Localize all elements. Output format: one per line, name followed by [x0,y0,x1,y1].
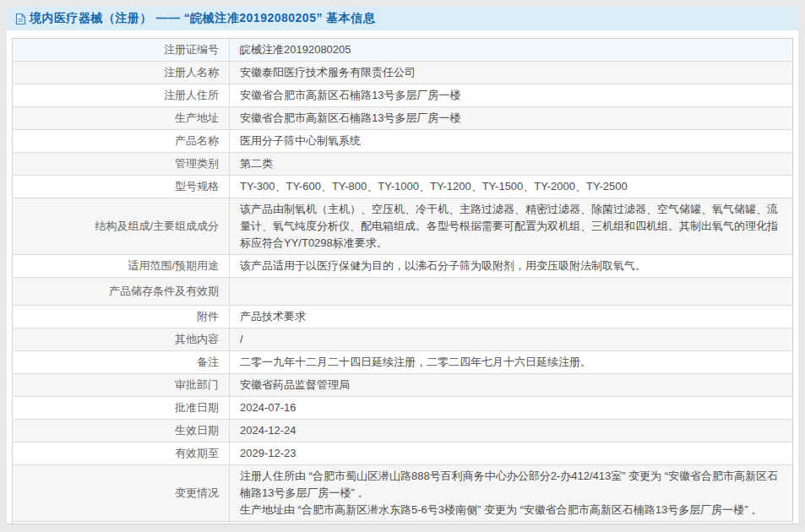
table-row: 生产地址安徽省合肥市高新区石楠路13号多层厂房一楼 [13,107,793,130]
row-value [230,278,793,306]
row-label: 变更情况 [13,465,230,522]
row-value: 该产品由制氧机（主机）、空压机、冷干机、主路过滤器、精密过滤器、除菌过滤器、空气… [230,198,793,255]
page-title: 境内医疗器械（注册） —— “皖械注准20192080205” 基本信息 [30,11,375,26]
table-row: 附件产品技术要求 [13,306,793,328]
info-table-body: 注册证编号皖械注准20192080205注册人名称安徽泰阳医疗技术服务有限责任公… [13,39,793,525]
table-row: 注详情 [13,522,793,525]
value-line: 注册人住所由 “合肥市蜀山区潜山路888号百利商务中心办公部分2-办412/41… [240,468,782,502]
page-title-bar: 境内医疗器械（注册） —— “皖械注准20192080205” 基本信息 [7,7,798,30]
table-row: 备注二零一九年十二月二十四日延续注册，二零二四年七月十六日延续注册。 [13,351,793,374]
row-label: 注 [13,522,230,525]
row-label: 产品名称 [13,130,230,153]
row-label: 注册证编号 [13,39,230,62]
row-label: 审批部门 [13,374,230,397]
table-row: 批准日期2024-07-16 [13,397,793,420]
row-label: 型号规格 [13,176,230,198]
row-value: 安徽省合肥市高新区石楠路13号多层厂房一楼 [230,107,793,130]
content-panel: 境内医疗器械（注册） —— “皖械注准20192080205” 基本信息 注册证… [7,7,798,524]
table-row: 型号规格TY-300、TY-600、TY-800、TY-1000、TY-1200… [13,176,793,198]
row-value: 该产品适用于以医疗保健为目的，以沸石分子筛为吸附剂，用变压吸附法制取氧气。 [230,255,793,278]
row-label: 注册人住所 [13,84,230,107]
row-value: 皖械注准20192080205 [230,39,793,62]
table-row: 注册人住所安徽省合肥市高新区石楠路13号多层厂房一楼 [13,84,793,107]
registration-info-table: 注册证编号皖械注准20192080205注册人名称安徽泰阳医疗技术服务有限责任公… [12,38,793,524]
row-value: 注册人住所由 “合肥市蜀山区潜山路888号百利商务中心办公部分2-办412/41… [230,465,793,522]
value-line: 生产地址由 “合肥市高新区潜水东路5-6号3楼南侧” 变更为 “安徽省合肥市高新… [240,502,782,518]
row-value: 详情 [230,522,793,525]
table-row: 其他内容/ [13,328,793,351]
row-value: 安徽泰阳医疗技术服务有限责任公司 [230,62,793,84]
table-row: 变更情况注册人住所由 “合肥市蜀山区潜山路888号百利商务中心办公部分2-办41… [13,465,793,522]
row-value: 产品技术要求 [230,306,793,328]
table-row: 审批部门安徽省药品监督管理局 [13,374,793,397]
table-row: 有效期至2029-12-23 [13,442,793,465]
row-label: 生效日期 [13,420,230,442]
row-label: 产品储存条件及有效期 [13,278,230,306]
row-label: 备注 [13,351,230,374]
row-value: 2024-12-24 [230,420,793,442]
table-row: 适用范围/预期用途该产品适用于以医疗保健为目的，以沸石分子筛为吸附剂，用变压吸附… [13,255,793,278]
row-value: TY-300、TY-600、TY-800、TY-1000、TY-1200、TY-… [230,176,793,198]
row-value: / [230,328,793,351]
row-value: 二零一九年十二月二十四日延续注册，二零二四年七月十六日延续注册。 [230,351,793,374]
row-label: 批准日期 [13,397,230,420]
row-value: 第二类 [230,153,793,176]
row-label: 注册人名称 [13,62,230,84]
table-row: 产品名称医用分子筛中心制氧系统 [13,130,793,153]
table-row: 生效日期2024-12-24 [13,420,793,442]
row-label: 有效期至 [13,442,230,465]
table-row: 产品储存条件及有效期 [13,278,793,306]
row-value: 医用分子筛中心制氧系统 [230,130,793,153]
row-label: 生产地址 [13,107,230,130]
row-value: 安徽省合肥市高新区石楠路13号多层厂房一楼 [230,84,793,107]
table-row: 注册证编号皖械注准20192080205 [13,39,793,62]
row-value: 2024-07-16 [230,397,793,420]
table-row: 管理类别第二类 [13,153,793,176]
row-label: 附件 [13,306,230,328]
row-value: 安徽省药品监督管理局 [230,374,793,397]
row-label: 结构及组成/主要组成成分 [13,198,230,255]
table-row: 注册人名称安徽泰阳医疗技术服务有限责任公司 [13,62,793,84]
row-label: 适用范围/预期用途 [13,255,230,278]
row-label: 其他内容 [13,328,230,351]
row-value: 2029-12-23 [230,442,793,465]
row-label: 管理类别 [13,153,230,176]
document-icon [15,13,26,25]
table-row: 结构及组成/主要组成成分该产品由制氧机（主机）、空压机、冷干机、主路过滤器、精密… [13,198,793,255]
